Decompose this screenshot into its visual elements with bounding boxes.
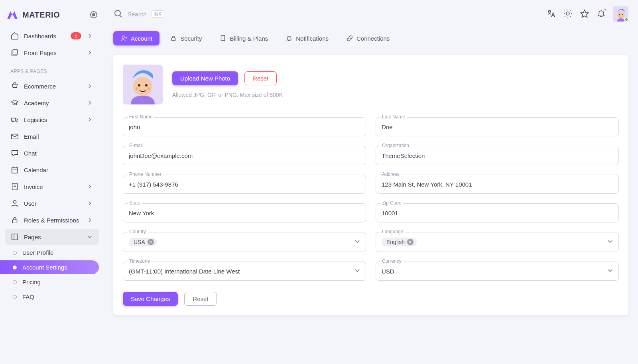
nav-label: Ecommerce	[24, 83, 81, 90]
chevron-down-icon	[353, 267, 361, 276]
svg-point-18	[566, 12, 569, 15]
sidebar: MATERIO Dashboards 5 Front Pages APPS & …	[0, 0, 104, 364]
sidebar-pin-toggle[interactable]	[90, 11, 97, 18]
nav-label: Roles & Permissions	[24, 217, 81, 224]
tab-security[interactable]: Security	[163, 31, 209, 45]
sidebar-item-academy[interactable]: Academy	[5, 95, 99, 111]
mail-icon	[10, 132, 19, 141]
chevron-down-icon	[606, 238, 614, 247]
language-chip[interactable]: English ✕	[382, 238, 417, 246]
sidebar-sub-pricing[interactable]: Pricing	[0, 275, 99, 289]
home-icon	[10, 31, 19, 40]
timezone-select[interactable]: (GMT-11:00) International Date Line West	[123, 262, 366, 281]
tab-label: Billing & Plans	[230, 35, 268, 42]
svg-rect-14	[12, 234, 18, 240]
address-field: Address	[376, 175, 619, 194]
address-input[interactable]	[376, 175, 619, 194]
logo-icon	[6, 10, 18, 20]
calendar-icon	[10, 165, 19, 174]
sidebar-sub-user-profile[interactable]: User Profile	[0, 246, 99, 260]
tab-account[interactable]: Account	[113, 31, 160, 45]
academy-icon	[10, 98, 19, 107]
section-title: APPS & PAGES	[5, 61, 99, 78]
tab-label: Security	[180, 35, 202, 42]
search-placeholder: Search	[128, 11, 147, 18]
language-field: Language English ✕	[376, 232, 619, 252]
nav-label: Email	[24, 133, 93, 140]
reset-form-button[interactable]: Reset	[184, 292, 217, 306]
field-label: First Name	[128, 114, 154, 120]
sidebar-sub-account-settings[interactable]: Account Settings	[0, 260, 99, 274]
country-select[interactable]: USA ✕	[123, 232, 366, 252]
zip-input[interactable]	[376, 203, 619, 222]
zip-field: Zip Code	[376, 203, 619, 222]
sub-label: Account Settings	[22, 264, 67, 271]
tab-billing[interactable]: Billing & Plans	[212, 31, 275, 45]
phone-input[interactable]	[123, 175, 366, 194]
notifications-icon[interactable]	[597, 9, 606, 20]
tabs: Account Security Billing & Plans Notific…	[113, 31, 628, 45]
email-input[interactable]	[123, 146, 366, 165]
field-label: Organization	[380, 143, 411, 148]
chevron-right-icon	[86, 200, 93, 207]
sidebar-item-invoice[interactable]: Invoice	[5, 179, 99, 195]
sidebar-item-email[interactable]: Email	[5, 128, 99, 144]
tab-notifications[interactable]: Notifications	[278, 31, 336, 45]
nav-badge: 5	[71, 32, 81, 39]
sidebar-item-logistics[interactable]: Logistics	[5, 112, 99, 128]
save-button[interactable]: Save Changes	[123, 292, 178, 306]
tab-label: Notifications	[296, 35, 329, 42]
reset-photo-button[interactable]: Reset	[244, 71, 277, 85]
field-label: Address	[380, 171, 401, 177]
currency-select[interactable]: USD	[376, 262, 619, 281]
country-chip[interactable]: USA ✕	[129, 238, 157, 246]
chip-remove-icon[interactable]: ✕	[148, 239, 154, 245]
main-content: Search ⌘K	[104, 0, 638, 364]
upload-photo-button[interactable]: Upload New Photo	[172, 71, 238, 85]
svg-line-17	[120, 15, 122, 17]
state-input[interactable]	[123, 203, 366, 222]
organization-input[interactable]	[376, 146, 619, 165]
sidebar-item-front-pages[interactable]: Front Pages	[5, 45, 99, 61]
sub-label: FAQ	[22, 293, 34, 300]
svg-point-2	[12, 121, 14, 122]
svg-point-12	[13, 201, 16, 203]
last-name-input[interactable]	[376, 117, 619, 136]
sidebar-item-chat[interactable]: Chat	[5, 145, 99, 161]
photo-hint: Allowed JPG, GIF or PNG. Max size of 800…	[172, 92, 283, 98]
tab-connections[interactable]: Connections	[339, 31, 397, 45]
search-wrap[interactable]: Search ⌘K	[113, 9, 541, 20]
sidebar-item-roles[interactable]: Roles & Permissions	[5, 212, 99, 228]
form-actions: Save Changes Reset	[123, 292, 619, 306]
chip-remove-icon[interactable]: ✕	[407, 239, 414, 245]
phone-field: Phone Number	[123, 175, 366, 194]
avatar[interactable]	[613, 6, 628, 22]
sidebar-item-user[interactable]: User	[5, 195, 99, 211]
svg-point-3	[16, 121, 17, 122]
topbar-icons	[546, 6, 628, 22]
chip-label: English	[386, 239, 405, 245]
star-icon[interactable]	[580, 9, 589, 20]
chevron-right-icon	[86, 116, 93, 123]
svg-rect-5	[12, 167, 18, 173]
field-label: Country	[128, 229, 148, 234]
theme-icon[interactable]	[563, 9, 573, 20]
sidebar-sub-faq[interactable]: FAQ	[0, 290, 99, 304]
bullet-icon	[13, 266, 17, 270]
sidebar-item-calendar[interactable]: Calendar	[5, 162, 99, 178]
sidebar-item-pages[interactable]: Pages	[5, 229, 99, 245]
sidebar-item-dashboards[interactable]: Dashboards 5	[5, 28, 99, 44]
language-icon[interactable]	[546, 9, 556, 20]
country-field: Country USA ✕	[123, 232, 366, 252]
svg-point-32	[122, 36, 124, 38]
chevron-right-icon	[86, 216, 93, 224]
sidebar-item-ecommerce[interactable]: Ecommerce	[5, 78, 99, 94]
svg-point-38	[136, 87, 138, 90]
cart-icon	[10, 82, 19, 91]
field-label: Language	[380, 229, 405, 234]
first-name-input[interactable]	[123, 117, 366, 136]
timezone-value: (GMT-11:00) International Date Line West	[129, 268, 240, 275]
svg-rect-13	[13, 220, 17, 223]
language-select[interactable]: English ✕	[376, 232, 619, 252]
topbar: Search ⌘K	[113, 6, 628, 22]
